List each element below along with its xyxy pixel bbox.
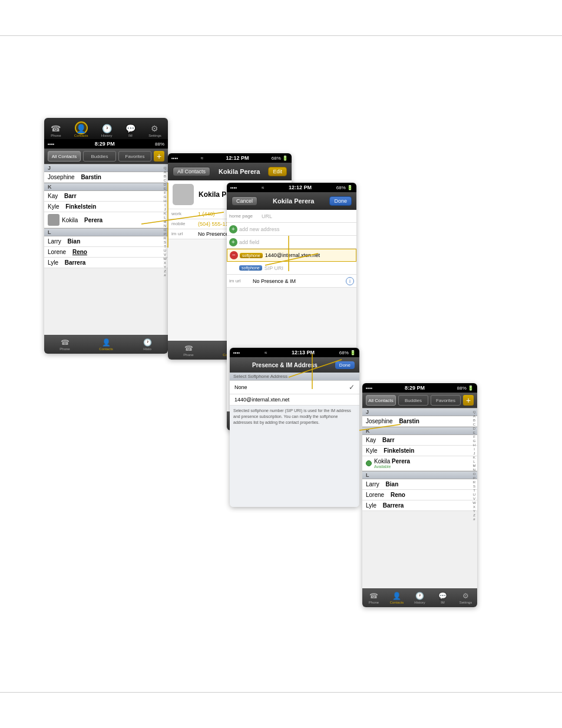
kokila-presence-dot	[366, 460, 372, 466]
s5-contact-kay[interactable]: Kay Barr	[362, 435, 477, 446]
presence-title: Presence & IM Address	[252, 362, 318, 368]
s5-segment-favorites[interactable]: Favorites	[431, 395, 461, 406]
segment-all-contacts[interactable]: All Contacts	[48, 151, 81, 162]
remove-softphone-button[interactable]: −	[230, 251, 238, 259]
s5-contact-lorene[interactable]: Lorene Reno	[362, 490, 477, 500]
done-button[interactable]: Done	[329, 196, 352, 206]
contact-lorene-reno[interactable]: Lorene Reno	[44, 247, 168, 258]
tab-bar-s1: ☎ Phone 👤 Contacts 🕐 Histo	[44, 335, 168, 354]
back-button-s2[interactable]: All Contacts	[173, 167, 210, 176]
segment-buddies[interactable]: Buddies	[83, 151, 116, 162]
s5-phone-icon: ☎	[369, 592, 378, 600]
section-l: L	[44, 228, 168, 236]
s5-add-button[interactable]: +	[463, 395, 474, 406]
nav-title-s2: Kokila Perera	[219, 168, 260, 175]
contact-kyle-finkelstein[interactable]: Kyle Finkelstein	[44, 202, 168, 212]
bottom-divider	[0, 692, 562, 693]
tab-phone[interactable]: ☎ Phone	[51, 124, 61, 137]
alpha-index[interactable]: QAB CDE FGH IJK LMN OPR STU VWX YZ#	[162, 164, 168, 335]
s5-tabbar-settings[interactable]: ⚙ Settings	[454, 592, 477, 604]
s5-contact-kokila[interactable]: Kokila Perera Available	[362, 456, 477, 471]
tabbar-history-icon: 🕐	[143, 338, 152, 347]
presence-status-label: Available	[374, 465, 410, 469]
edit-row-homepage: home page URL	[227, 210, 356, 223]
s5-contact-josephine[interactable]: Josephine Barstin	[362, 416, 477, 427]
signal-icon: ▪▪▪▪	[48, 141, 54, 147]
tab-history[interactable]: 🕐 History	[101, 124, 113, 137]
status-bar-s5: ▪▪▪▪ 8:29 PM 88% 🔋	[362, 383, 477, 393]
status-bar-s2: ▪▪▪▪ ≈ 12:12 PM 68% 🔋	[168, 153, 292, 163]
segment-bar-s5: All Contacts Buddies Favorites +	[362, 393, 477, 408]
tabbar-phone[interactable]: ☎ Phone	[44, 338, 85, 351]
battery-display: 88%	[155, 141, 164, 147]
screen5-contacts-final: ▪▪▪▪ 8:29 PM 88% 🔋 All Contacts Buddies …	[362, 383, 477, 607]
edit-row-softphone-2: softphone SIP URI	[227, 262, 356, 275]
contact-avatar	[173, 184, 194, 205]
edit-row-add-address[interactable]: + add new address	[227, 223, 356, 236]
s5-list-container: J Josephine Barstin K Kay Barr Kyle Fink…	[362, 408, 477, 588]
contact-josephine-barstin[interactable]: Josephine Barstin	[44, 172, 168, 183]
s5-contact-list: J Josephine Barstin K Kay Barr Kyle Fink…	[362, 408, 477, 511]
add-address-button[interactable]: +	[229, 225, 237, 233]
presence-done-button[interactable]: Done	[335, 361, 355, 369]
tab-settings[interactable]: ⚙ Settings	[148, 124, 161, 137]
tab-contacts-active[interactable]: 👤 Contacts	[74, 124, 88, 137]
presence-option-1440[interactable]: 1440@internal.xten.net	[230, 394, 359, 406]
status-bar-s4: ▪▪▪▪ ≈ 12:13 PM 68% 🔋	[230, 348, 359, 357]
s5-tabbar-im[interactable]: 💬 IM	[431, 592, 454, 604]
s5-segment-all[interactable]: All Contacts	[366, 395, 396, 406]
s5-contact-lyle[interactable]: Lyle Barrera	[362, 500, 477, 511]
contact-lyle-barrera[interactable]: Lyle Barrera	[44, 258, 168, 268]
s5-segment-buddies[interactable]: Buddies	[398, 395, 428, 406]
tabbar-contacts-icon: 👤	[102, 338, 111, 347]
tabbar-history[interactable]: 🕐 Histo	[127, 338, 168, 351]
status-bar: ▪▪▪▪ 8:29 PM 88%	[44, 139, 168, 149]
s5-settings-icon: ⚙	[462, 592, 469, 600]
segment-favorites[interactable]: Favorites	[118, 151, 151, 162]
s5-contact-kyle[interactable]: Kyle Finkelstein	[362, 446, 477, 456]
tabbar2-phone[interactable]: ☎ Phone	[168, 344, 209, 357]
nav-bar-s3: Cancel Kokila Perera Done	[227, 192, 356, 210]
s5-tabbar-phone[interactable]: ☎ Phone	[362, 592, 385, 604]
contact-larry-bian[interactable]: Larry Bian	[44, 236, 168, 247]
nav-bar-s2: All Contacts Kokila Perera Edit	[168, 163, 292, 180]
time-display: 8:29 PM	[95, 141, 115, 147]
presence-note: Selected softphone number (SIP URI) is u…	[230, 406, 359, 507]
edit-nav-title: Kokila Perera	[273, 197, 314, 205]
s5-contact-larry[interactable]: Larry Bian	[362, 479, 477, 490]
tabbar-contacts-active[interactable]: 👤 Contacts	[85, 338, 127, 351]
top-divider	[0, 35, 562, 36]
status-bar-s3: ▪▪▪▪ ≈ 12:12 PM 68% 🔋	[227, 183, 356, 192]
edit-row-imurl: im url No Presence & IM i	[227, 275, 356, 288]
s5-tabbar-history[interactable]: 🕐 History	[408, 592, 431, 604]
screen1-contacts: ☎ Phone 👤 Contacts 🕐 History 💬 IM ⚙ Sett…	[44, 118, 168, 354]
add-field-button[interactable]: +	[229, 238, 237, 246]
s5-alpha-index[interactable]: QAB CDE FGH IJK LMN OPR STU VWX YZ#	[471, 408, 477, 588]
s5-tabbar-contacts[interactable]: 👤 Contacts	[385, 592, 408, 604]
contact-kay-barr[interactable]: Kay Barr	[44, 191, 168, 202]
select-softphone-label: Select Softphone Address	[230, 373, 359, 381]
imurl-info-button[interactable]: i	[346, 277, 354, 285]
s5-section-k: K	[362, 427, 477, 435]
phone-icon: ☎	[51, 124, 61, 133]
section-j: J	[44, 164, 168, 172]
contacts-icon: 👤	[76, 124, 86, 133]
toolbar: ☎ Phone 👤 Contacts 🕐 History 💬 IM ⚙ Sett…	[44, 118, 168, 139]
presence-option-none[interactable]: None ✓	[230, 381, 359, 394]
s5-history-icon: 🕐	[415, 592, 424, 600]
s5-section-l: L	[362, 471, 477, 479]
section-k: K	[44, 183, 168, 191]
im-icon: 💬	[125, 124, 135, 133]
contact-kokila-perera[interactable]: Kokila Perera	[44, 212, 168, 228]
screen4-presence-im: ▪▪▪▪ ≈ 12:13 PM 68% 🔋 Presence & IM Addr…	[230, 348, 359, 507]
edit-button[interactable]: Edit	[268, 167, 287, 176]
add-contact-button[interactable]: +	[154, 151, 164, 162]
check-icon-none: ✓	[349, 383, 355, 391]
s5-im-icon: 💬	[438, 592, 447, 600]
tabbar2-phone-icon: ☎	[184, 344, 193, 353]
s5-section-j: J	[362, 408, 477, 416]
contact-list-container: J Josephine Barstin K Kay Barr Kyle Fink…	[44, 164, 168, 335]
tab-im[interactable]: 💬 IM	[125, 124, 135, 137]
edit-row-add-field[interactable]: + add field	[227, 236, 356, 249]
cancel-button[interactable]: Cancel	[232, 196, 257, 206]
